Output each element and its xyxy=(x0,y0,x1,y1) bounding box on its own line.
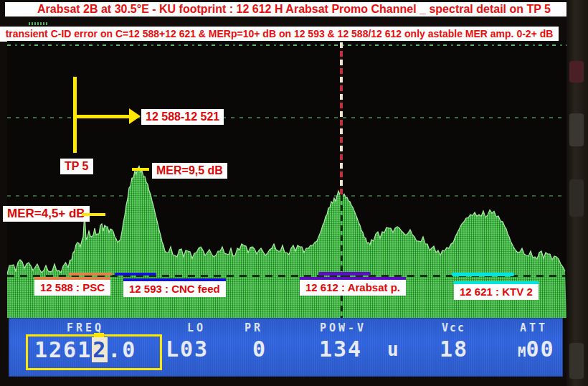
center-frequency-marker-lower xyxy=(341,195,343,318)
pow-v-unit: u xyxy=(387,336,400,363)
channel-line-psc xyxy=(68,273,113,276)
frequency-span-label: 12 588-12 521 xyxy=(141,109,224,125)
freq-edit-digit: 2 xyxy=(92,337,108,362)
center-frequency-marker xyxy=(340,42,343,195)
att-label: ATT xyxy=(520,321,548,334)
device-button xyxy=(569,113,584,146)
vcc-value: 18 xyxy=(440,336,468,363)
channel-label-cnc: 12 593 : CNC feed xyxy=(123,278,226,297)
att-value: M00 xyxy=(518,336,555,365)
arrow-head-icon xyxy=(129,108,141,124)
mer-low-pointer-line xyxy=(82,213,105,216)
tp5-label: TP 5 xyxy=(60,159,93,174)
channel-line-cnc xyxy=(115,273,156,276)
title-bar: Arabsat 2B at 30.5°E - KU footprint : 12… xyxy=(5,2,583,17)
device-button xyxy=(569,343,584,379)
meter-photo: { "header": { "title": "Arabsat 2B at 30… xyxy=(0,0,588,386)
mer-low-label: MER=4,5+ dB xyxy=(3,206,90,222)
pow-v-value: 134 xyxy=(319,336,362,363)
mer-peak-label: MER=9,5 dB xyxy=(152,163,227,179)
channel-label-ktv: 12 621 : KTV 2 xyxy=(454,281,539,300)
mer-peak-pointer-line xyxy=(132,168,149,171)
lo-value: L03 xyxy=(166,336,209,363)
channel-line-arabsat xyxy=(318,272,371,276)
device-button xyxy=(569,179,584,217)
vcc-label: Vcc xyxy=(442,321,465,334)
arrow-line xyxy=(75,115,131,118)
lo-label: LO xyxy=(187,321,206,334)
freq-value: 12612.0 xyxy=(34,336,136,364)
channel-label-arabsat: 12 612 : Arabsat p. xyxy=(300,277,406,296)
meter-readout-bar: FREQ 12612.0 LO L03 PR 0 POW-V 134 u Vcc… xyxy=(9,318,563,377)
pr-label: PR xyxy=(245,321,263,334)
trace-fragment xyxy=(29,22,47,25)
channel-line-ktv xyxy=(452,273,514,276)
pr-value: 0 xyxy=(252,336,267,363)
channel-label-psc: 12 588 : PSC xyxy=(34,277,110,296)
device-button xyxy=(569,61,584,83)
pow-v-label: POW-V xyxy=(320,321,366,334)
device-bezel xyxy=(566,0,588,386)
subtitle-bar: transient C-ID error on C=12 588+12 621 … xyxy=(0,27,559,42)
